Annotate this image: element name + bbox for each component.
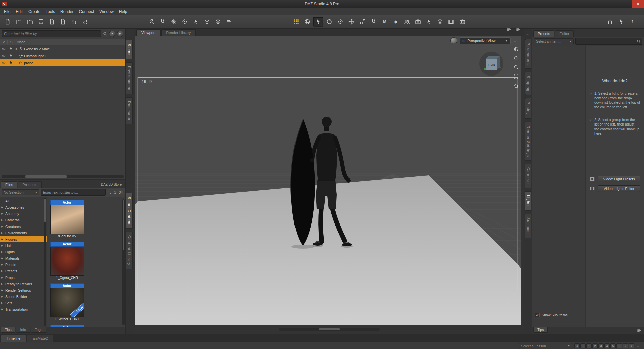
side-tab[interactable]: Decimator <box>126 97 133 124</box>
presets-search-input[interactable] <box>575 38 642 45</box>
undo-button[interactable] <box>69 17 79 27</box>
item-dropdown[interactable]: Select an Item... ▼ <box>534 38 574 44</box>
lesson-transport-button[interactable]: 5 <box>610 343 616 348</box>
activepose-tool[interactable] <box>369 17 379 27</box>
merge-file-button[interactable] <box>25 17 35 27</box>
category-row[interactable]: ▶ Transportation <box>0 306 47 312</box>
minimize-button[interactable]: – <box>612 0 622 8</box>
viewport-tab[interactable]: Viewport <box>136 29 161 36</box>
daz-store-link[interactable]: DAZ 3D Store <box>101 183 124 188</box>
pane-options-icon[interactable] <box>513 38 518 43</box>
node-label[interactable]: DistantLight 1 <box>23 54 47 58</box>
menu-item[interactable]: Tools <box>43 9 58 15</box>
content-thumbnail[interactable]: Actor NEW 1_Wither_CHR1 <box>50 283 84 322</box>
pane-options-icon[interactable] <box>516 27 521 32</box>
translate-tool[interactable] <box>346 17 357 27</box>
thumbnail-image[interactable]: NEW <box>50 288 84 317</box>
scene-node-row[interactable]: DistantLight 1 <box>0 52 125 59</box>
frame-camera-icon[interactable] <box>513 73 519 79</box>
filter-prev-button[interactable]: ◀ <box>109 31 115 37</box>
pane-options-icon[interactable] <box>506 27 512 32</box>
pan-camera-icon[interactable] <box>513 55 519 61</box>
category-row[interactable]: ▶ Ready to Render <box>0 281 47 287</box>
side-tab[interactable]: Parameters <box>525 39 531 69</box>
create-primitive-button[interactable] <box>202 17 212 27</box>
lesson-transport-button[interactable]: › <box>623 343 628 348</box>
side-tab[interactable]: Content Library <box>126 232 133 269</box>
orbit-camera-icon[interactable] <box>513 46 519 52</box>
content-bottom-tab[interactable]: Info <box>16 327 30 333</box>
redo-button[interactable] <box>80 17 90 27</box>
side-tab[interactable]: Lights <box>525 191 531 210</box>
category-row[interactable]: ▶ Presets <box>0 268 47 274</box>
video-link-button[interactable]: Video: Light Presets <box>598 176 640 182</box>
pane-options-icon[interactable] <box>637 328 642 333</box>
content-thumbnail[interactable]: Actor !Gabi for V5 <box>50 200 84 239</box>
export-button[interactable] <box>58 17 68 27</box>
side-tab[interactable]: Environment <box>126 62 133 94</box>
menu-item[interactable]: Render <box>58 9 76 15</box>
render-settings-button[interactable] <box>446 17 456 27</box>
selection-cursor-icon[interactable] <box>9 47 13 51</box>
context-help-button[interactable] <box>616 17 626 27</box>
content-tab[interactable]: Products <box>18 181 41 188</box>
zoom-camera-icon[interactable] <box>513 64 519 70</box>
view-rotate-ball[interactable] <box>450 37 457 44</box>
scene-node-row[interactable]: plane <box>0 59 125 66</box>
visibility-eye-icon[interactable] <box>2 54 6 58</box>
open-file-button[interactable] <box>14 17 24 27</box>
view-navigation-cube[interactable]: Front <box>479 52 503 76</box>
create-null-button[interactable] <box>213 17 223 27</box>
rotate-tool[interactable] <box>324 17 334 27</box>
category-row[interactable]: ▶ Sets <box>0 300 47 306</box>
bottom-pane-tab[interactable]: Timeline <box>1 335 26 342</box>
scene-node-row[interactable]: ▶ Genesis 2 Male <box>0 45 125 52</box>
category-row[interactable]: ▶ Anatomy <box>0 210 47 217</box>
menu-item[interactable]: File <box>1 9 13 15</box>
node-label[interactable]: Genesis 2 Male <box>23 47 50 51</box>
menu-item[interactable]: Edit <box>13 9 25 15</box>
side-tab[interactable]: Cameras <box>525 164 531 189</box>
menu-item[interactable]: Help <box>116 9 130 15</box>
new-file-button[interactable] <box>3 17 13 27</box>
category-scrollbar[interactable] <box>44 198 46 326</box>
lesson-transport-button[interactable]: » <box>629 343 634 348</box>
node-selection-tool[interactable] <box>313 17 323 27</box>
expand-arrow-icon[interactable]: ▶ <box>15 47 19 50</box>
measure-tool[interactable]: M <box>380 17 390 27</box>
grid-scrollbar[interactable] <box>122 199 125 325</box>
category-row[interactable]: ▶ Environments <box>0 230 47 236</box>
lesson-transport-button[interactable]: 1 <box>586 343 592 348</box>
spot-render-tool[interactable] <box>413 17 423 27</box>
lights-panel-tab[interactable]: Editor <box>555 30 574 37</box>
side-tab[interactable]: Render Settings <box>525 122 531 161</box>
content-tab[interactable]: Files <box>1 181 17 188</box>
content-thumbnail[interactable]: Actor 1_Ogora_CHR <box>50 242 84 280</box>
node-label[interactable]: plane <box>23 61 33 65</box>
lesson-transport-button[interactable]: 6 <box>616 343 622 348</box>
lesson-transport-button[interactable]: 4 <box>604 343 610 348</box>
content-bottom-tab[interactable]: Tags <box>31 327 46 333</box>
selection-cursor-icon[interactable] <box>9 61 13 65</box>
light-group-list[interactable] <box>532 46 586 327</box>
thumbnail-image[interactable] <box>50 205 84 234</box>
import-button[interactable] <box>47 17 57 27</box>
lesson-transport-button[interactable]: « <box>574 343 580 348</box>
geometry-editor-tool[interactable]: ◆ <box>391 17 401 27</box>
category-row[interactable]: ▶ Lights <box>0 249 47 255</box>
search-icon[interactable] <box>103 31 107 36</box>
universal-tool[interactable] <box>335 17 345 27</box>
maximize-button[interactable]: □ <box>622 0 632 8</box>
content-filter-input[interactable] <box>41 189 106 196</box>
search-icon[interactable] <box>636 39 641 44</box>
viewport-3d[interactable]: 16 : 9 Front ⊞ Perspective View ▼ <box>135 36 521 325</box>
help-button[interactable]: ? <box>627 17 637 27</box>
category-row[interactable]: ▶ Scene Builder <box>0 293 47 300</box>
category-row[interactable]: ▶ Figures <box>0 236 47 242</box>
daz-connect-button[interactable] <box>605 17 615 27</box>
category-row[interactable]: ▶ Props <box>0 274 47 281</box>
scale-tool[interactable] <box>358 17 368 27</box>
joint-editor-tool[interactable] <box>302 17 312 27</box>
pane-options-icon[interactable] <box>526 31 531 36</box>
lights-panel-tab[interactable]: Presets <box>533 30 554 37</box>
